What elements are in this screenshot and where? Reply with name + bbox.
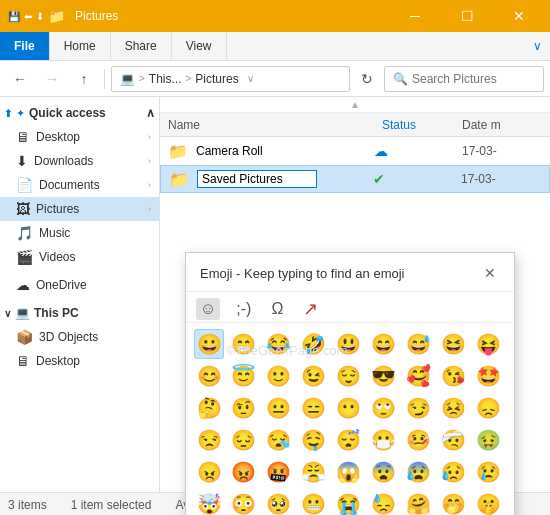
emoji-cell[interactable]: 😅 [403, 329, 433, 359]
emoji-cell[interactable]: 🥰 [403, 361, 433, 391]
address-bar[interactable]: 💻 > This... > Pictures ∨ [111, 66, 350, 92]
table-row[interactable]: 📁 ✔ 17-03- [160, 165, 550, 193]
forward-button[interactable]: → [38, 65, 66, 93]
quick-access-collapse[interactable]: ∧ [146, 106, 155, 120]
tab-share[interactable]: Share [111, 32, 172, 60]
emoji-cell[interactable]: 😄 [368, 329, 398, 359]
emoji-cell[interactable]: 🤯 [194, 489, 224, 515]
emoji-cell[interactable]: 😏 [403, 393, 433, 423]
emoji-cell[interactable]: 😢 [473, 457, 503, 487]
sidebar-item-downloads[interactable]: ⬇ Downloads › [0, 149, 159, 173]
search-input[interactable] [412, 72, 535, 86]
emoji-cell[interactable]: 😡 [229, 457, 259, 487]
search-box[interactable]: 🔍 [384, 66, 544, 92]
emoji-cell[interactable]: 😣 [438, 393, 468, 423]
emoji-cell[interactable]: 🤢 [473, 425, 503, 455]
emoji-cell[interactable]: 😴 [334, 425, 364, 455]
emoji-cell[interactable]: 🤨 [229, 393, 259, 423]
filename-input[interactable] [197, 170, 317, 188]
sidebar-item-music[interactable]: 🎵 Music [0, 221, 159, 245]
ribbon: File Home Share View ∨ [0, 32, 550, 61]
emoji-cell[interactable]: 😭 [334, 489, 364, 515]
emoji-cell[interactable]: 😶 [334, 393, 364, 423]
maximize-button[interactable]: ☐ [444, 0, 490, 32]
tab-file[interactable]: File [0, 32, 50, 60]
emoji-cell[interactable]: 🙂 [264, 361, 294, 391]
emoji-close-button[interactable]: ✕ [480, 263, 500, 283]
sidebar-item-desktop2[interactable]: 🖥 Desktop [0, 349, 159, 373]
emoji-cell[interactable]: 😁 [229, 329, 259, 359]
sidebar-item-onedrive[interactable]: ☁ OneDrive [0, 273, 159, 297]
thispc-header[interactable]: ∨ 💻 This PC [0, 301, 159, 325]
col-header-name[interactable]: Name [168, 118, 382, 132]
emoji-cell[interactable]: 😐 [264, 393, 294, 423]
emoji-cell[interactable]: 😳 [229, 489, 259, 515]
emoji-cell[interactable]: 🤬 [264, 457, 294, 487]
file-name-2 [197, 170, 365, 188]
emoji-cell[interactable]: 😤 [299, 457, 329, 487]
emoji-cell[interactable]: 😪 [264, 425, 294, 455]
emoji-cell[interactable]: 🤕 [438, 425, 468, 455]
emoji-cell[interactable]: 😞 [473, 393, 503, 423]
computer-icon: 💻 [120, 72, 135, 86]
close-button[interactable]: ✕ [496, 0, 542, 32]
sidebar-item-videos[interactable]: 🎬 Videos [0, 245, 159, 269]
emoji-cell[interactable]: 😉 [299, 361, 329, 391]
emoji-cell[interactable]: 😀 [194, 329, 224, 359]
refresh-button[interactable]: ↻ [354, 66, 380, 92]
emoji-cell[interactable]: 🤭 [438, 489, 468, 515]
emoji-cell[interactable]: 😷 [368, 425, 398, 455]
emoji-cell[interactable]: 😝 [473, 329, 503, 359]
back-button[interactable]: ← [6, 65, 34, 93]
sidebar-label-music: Music [39, 226, 70, 240]
emoji-cell[interactable]: 😥 [438, 457, 468, 487]
emoji-cell[interactable]: 🤔 [194, 393, 224, 423]
emoji-cell[interactable]: 😘 [438, 361, 468, 391]
tab-view[interactable]: View [172, 32, 227, 60]
sidebar-item-3dobjects[interactable]: 📦 3D Objects [0, 325, 159, 349]
sidebar-label-pictures: Pictures [36, 202, 79, 216]
emoji-cell[interactable]: 🙄 [368, 393, 398, 423]
col-header-date[interactable]: Date m [462, 118, 542, 132]
emoji-tab-symbols[interactable]: Ω [267, 298, 287, 320]
address-part-1: This... [149, 72, 182, 86]
emoji-cell[interactable]: 😑 [299, 393, 329, 423]
emoji-cell[interactable]: 🤣 [299, 329, 329, 359]
emoji-cell[interactable]: 😓 [368, 489, 398, 515]
emoji-tab-text[interactable]: ;-) [232, 298, 255, 320]
sidebar-item-documents[interactable]: 📄 Documents › [0, 173, 159, 197]
emoji-cell[interactable]: 😔 [229, 425, 259, 455]
tab-home[interactable]: Home [50, 32, 111, 60]
emoji-cell[interactable]: 🥺 [264, 489, 294, 515]
sidebar-item-pictures[interactable]: 🖼 Pictures › [0, 197, 159, 221]
emoji-cell[interactable]: 😊 [194, 361, 224, 391]
emoji-cell[interactable]: 😱 [334, 457, 364, 487]
col-header-status[interactable]: Status [382, 118, 462, 132]
table-row[interactable]: 📁 Camera Roll ☁ 17-03- [160, 137, 550, 165]
emoji-tab-smiley[interactable]: ☺ [196, 298, 220, 320]
ribbon-toggle[interactable]: ∨ [525, 32, 550, 60]
arrow-icon: ↗ [303, 298, 318, 320]
emoji-cell[interactable]: 😬 [299, 489, 329, 515]
sidebar-item-desktop[interactable]: 🖥 Desktop › [0, 125, 159, 149]
emoji-cell[interactable]: 🤫 [473, 489, 503, 515]
expand-arrow-4: › [148, 204, 151, 214]
emoji-cell[interactable]: 🤩 [473, 361, 503, 391]
emoji-cell[interactable]: 😎 [368, 361, 398, 391]
emoji-cell[interactable]: 😨 [368, 457, 398, 487]
quick-access-header[interactable]: ⬆ ✦ Quick access ∧ [0, 101, 159, 125]
emoji-cell[interactable]: 😆 [438, 329, 468, 359]
emoji-cell[interactable]: 🤤 [299, 425, 329, 455]
emoji-cell[interactable]: 🤗 [403, 489, 433, 515]
emoji-cell[interactable]: 😃 [334, 329, 364, 359]
emoji-cell[interactable]: 😒 [194, 425, 224, 455]
emoji-cell[interactable]: 🤒 [403, 425, 433, 455]
emoji-cell[interactable]: 😇 [229, 361, 259, 391]
minimize-button[interactable]: ─ [392, 0, 438, 32]
address-dropdown[interactable]: ∨ [247, 73, 254, 84]
up-button[interactable]: ↑ [70, 65, 98, 93]
emoji-cell[interactable]: 😰 [403, 457, 433, 487]
emoji-cell[interactable]: 😂 [264, 329, 294, 359]
emoji-cell[interactable]: 😌 [334, 361, 364, 391]
emoji-cell[interactable]: 😠 [194, 457, 224, 487]
